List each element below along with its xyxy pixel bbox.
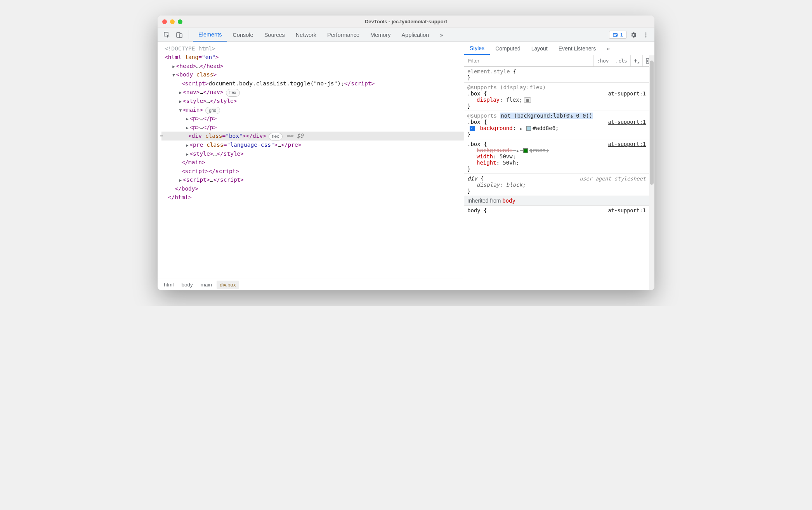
dom-p[interactable]: ▶<p>…</p> (161, 123, 464, 132)
dom-script[interactable]: ▶<script>…</script> (161, 175, 464, 184)
dom-head[interactable]: ▶<head>…</head> (161, 62, 464, 70)
dom-main-close[interactable]: </main> (161, 158, 464, 167)
rule-selector[interactable]: div (467, 175, 477, 182)
dom-selected-div-box[interactable]: <div class="box"></div>flex== $0 (161, 132, 464, 141)
dom-body-open[interactable]: ▼<body class> (161, 70, 464, 79)
traffic-lights (162, 19, 182, 24)
dom-main-open[interactable]: ▼<main>grid (161, 106, 464, 114)
new-rule-icon[interactable]: +◢ (630, 55, 642, 66)
dom-doctype[interactable]: <!DOCTYPE html> (161, 44, 464, 53)
expand-icon[interactable]: ▶ (517, 149, 519, 153)
crumb-body[interactable]: body (179, 281, 196, 289)
property-checkbox[interactable] (470, 126, 475, 131)
tab-elements[interactable]: Elements (193, 28, 227, 42)
close-icon[interactable] (162, 19, 167, 24)
svg-point-8 (645, 36, 647, 37)
flex-align-icon[interactable] (524, 97, 531, 103)
rule-supports-flex[interactable]: @supports (display:flex) at-support:1.bo… (464, 83, 649, 111)
tab-console[interactable]: Console (227, 28, 259, 42)
device-toggle-icon[interactable] (174, 28, 185, 42)
rule-box[interactable]: at-support:1.box { background: ▶ green; … (464, 139, 649, 174)
crumb-divbox[interactable]: div.box (217, 281, 239, 289)
disclosure-icon[interactable]: ▶ (185, 151, 189, 158)
stab-computed[interactable]: Computed (490, 42, 526, 55)
issues-button[interactable]: 1 (609, 31, 626, 39)
rule-ua-div[interactable]: user agent stylesheetdiv { display: bloc… (464, 174, 649, 196)
grid-badge[interactable]: grid (205, 107, 220, 114)
elements-panel: <!DOCTYPE html> <html lang="en"> ▶<head>… (158, 42, 464, 290)
rule-selector[interactable]: body (467, 207, 481, 213)
color-swatch[interactable] (523, 148, 528, 153)
stab-styles[interactable]: Styles (464, 42, 490, 55)
css-property[interactable]: display: flex; (467, 97, 646, 103)
tab-performance[interactable]: Performance (322, 28, 365, 42)
tab-sources[interactable]: Sources (259, 28, 290, 42)
disclosure-icon[interactable]: ▶ (171, 63, 176, 70)
tab-application[interactable]: Application (396, 28, 434, 42)
svg-rect-5 (613, 35, 616, 35)
css-property-overridden[interactable]: background: ▶ green; (467, 147, 646, 153)
devtools-window: DevTools - jec.fyi/demo/at-support Eleme… (158, 16, 654, 290)
css-property[interactable]: height: 50vh; (467, 160, 646, 166)
dom-body-close[interactable]: </body> (161, 184, 464, 193)
settings-icon[interactable] (628, 31, 639, 38)
dom-nav[interactable]: ▶<nav>…</nav>flex (161, 88, 464, 97)
disclosure-icon[interactable]: ▶ (185, 142, 189, 149)
cls-button[interactable]: .cls (612, 55, 630, 66)
crumb-html[interactable]: html (161, 281, 177, 289)
expand-icon[interactable]: ▶ (520, 127, 522, 131)
dom-style[interactable]: ▶<style>…</style> (161, 97, 464, 105)
inspect-icon[interactable] (161, 28, 172, 42)
hov-button[interactable]: :hov (593, 55, 612, 66)
dom-html-open[interactable]: <html lang="en"> (161, 53, 464, 61)
disclosure-icon[interactable]: ▼ (178, 107, 183, 114)
source-link[interactable]: at-support:1 (608, 90, 646, 97)
scrollbar-thumb[interactable] (650, 61, 654, 185)
rule-selector[interactable]: .box (467, 119, 481, 125)
dom-script-empty[interactable]: <script></script> (161, 167, 464, 175)
disclosure-icon[interactable]: ▼ (171, 72, 176, 78)
stab-event-listeners[interactable]: Event Listeners (553, 42, 602, 55)
tab-network[interactable]: Network (290, 28, 322, 42)
dom-tree[interactable]: <!DOCTYPE html> <html lang="en"> ▶<head>… (158, 42, 464, 279)
disclosure-icon[interactable]: ▶ (178, 177, 183, 184)
disclosure-icon[interactable]: ▶ (178, 98, 183, 105)
svg-point-7 (645, 34, 647, 35)
css-property[interactable]: width: 50vw; (467, 153, 646, 160)
scrollbar[interactable] (649, 55, 654, 290)
rule-selector[interactable]: element.style (467, 68, 510, 75)
dom-html-close[interactable]: </html> (161, 193, 464, 201)
styles-rules[interactable]: element.style { } @supports (display:fle… (464, 67, 654, 290)
minimize-icon[interactable] (170, 19, 175, 24)
crumb-main[interactable]: main (198, 281, 215, 289)
disclosure-icon[interactable]: ▶ (185, 125, 189, 131)
styles-filter-input[interactable] (464, 55, 593, 66)
disclosure-icon[interactable]: ▶ (185, 116, 189, 122)
rule-supports-not-lab[interactable]: @supports not (background:lab(0% 0 0)) a… (464, 111, 649, 139)
rule-element-style[interactable]: element.style { } (464, 67, 649, 83)
dom-style[interactable]: ▶<style>…</style> (161, 149, 464, 158)
source-link[interactable]: at-support:1 (608, 141, 646, 147)
flex-badge[interactable]: flex (226, 89, 240, 97)
rule-selector[interactable]: .box (467, 90, 481, 97)
css-property-overridden[interactable]: display: block; (467, 182, 646, 188)
main-toolbar: Elements Console Sources Network Perform… (158, 28, 654, 42)
disclosure-icon[interactable]: ▶ (178, 89, 183, 96)
more-icon[interactable] (640, 32, 651, 38)
dom-pre[interactable]: ▶<pre class="language-css">…</pre> (161, 141, 464, 149)
rule-selector[interactable]: .box (467, 141, 481, 147)
stab-layout[interactable]: Layout (526, 42, 553, 55)
stabs-overflow-icon[interactable]: » (601, 42, 615, 55)
tab-memory[interactable]: Memory (365, 28, 396, 42)
maximize-icon[interactable] (178, 19, 182, 24)
color-swatch[interactable] (526, 126, 531, 131)
css-property[interactable]: background: ▶ #add8e6; (467, 125, 646, 131)
source-link[interactable]: at-support:1 (608, 207, 646, 213)
rule-body[interactable]: at-support:1body { (464, 206, 649, 215)
source-link[interactable]: at-support:1 (608, 119, 646, 125)
styles-filterbar: :hov .cls +◢ (464, 55, 654, 67)
flex-badge[interactable]: flex (269, 133, 283, 141)
dom-p[interactable]: ▶<p>…</p> (161, 114, 464, 123)
tabs-overflow-icon[interactable]: » (434, 28, 448, 42)
dom-script-inline[interactable]: <script>document.body.classList.toggle("… (161, 79, 464, 88)
